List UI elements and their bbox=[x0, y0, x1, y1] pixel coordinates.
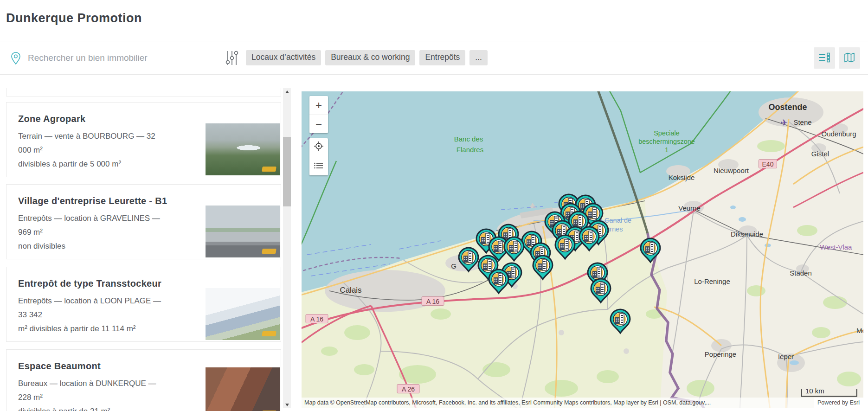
sidebar-scrollbar[interactable] bbox=[283, 88, 291, 408]
listing-title: Espace Beaumont bbox=[18, 361, 101, 372]
scroll-down-arrow[interactable] bbox=[283, 401, 291, 408]
listing-description: Entrepôts — location à GRAVELINES — 969 … bbox=[18, 212, 164, 253]
chip-bureaux-coworking[interactable]: Bureaux & co working bbox=[325, 50, 415, 65]
map-label: Nieuwpoort bbox=[714, 167, 749, 174]
map-label: 1 bbox=[665, 146, 669, 154]
chip-locaux-activites[interactable]: Locaux d’activités bbox=[246, 50, 321, 65]
listing-title: Entrepôt de type Transstockeur bbox=[18, 278, 161, 289]
listing-description: Terrain — vente à BOURBOURG — 32 000 m² … bbox=[18, 129, 164, 171]
listing-thumbnail bbox=[206, 288, 280, 340]
chip-more[interactable]: ... bbox=[469, 50, 488, 65]
map-label: Calais bbox=[340, 286, 361, 295]
map-label: Oostende bbox=[768, 103, 807, 112]
map-scale-bar: 10 km bbox=[801, 389, 857, 397]
search-bar[interactable] bbox=[0, 41, 216, 74]
road-badge-label: E40 bbox=[762, 161, 774, 168]
scale-label: 10 km bbox=[805, 387, 824, 395]
zoom-in-button[interactable]: + bbox=[309, 96, 328, 115]
search-input[interactable] bbox=[28, 48, 204, 68]
locate-button[interactable] bbox=[309, 138, 328, 157]
page-title: Dunkerque Promotion bbox=[6, 11, 142, 26]
listing-description: Bureaux — location à DUNKERQUE — 228 m² … bbox=[18, 377, 164, 411]
map-canvas[interactable]: Banc desFlandresSpecialebeschermingszone… bbox=[302, 91, 863, 408]
toolbar: Locaux d’activités Bureaux & co working … bbox=[0, 41, 868, 75]
listing-card-partial[interactable] bbox=[6, 88, 281, 96]
listing-thumbnail bbox=[206, 206, 280, 257]
listing-card-transstockeur[interactable]: Entrepôt de type Transstockeur Entrepôts… bbox=[6, 267, 281, 342]
locate-icon bbox=[314, 141, 324, 154]
location-pin-icon bbox=[10, 51, 21, 67]
list-view-button[interactable] bbox=[814, 47, 835, 69]
toolbar-divider bbox=[216, 41, 216, 74]
listing-thumbnail bbox=[206, 367, 280, 411]
header: Dunkerque Promotion bbox=[0, 0, 868, 41]
listing-card-zone-agropark[interactable]: Zone Agropark Terrain — vente à BOURBOUR… bbox=[6, 102, 281, 177]
map-container: Banc desFlandresSpecialebeschermingszone… bbox=[302, 91, 863, 408]
map-label: Diksmuide bbox=[731, 230, 763, 238]
map-label: Koksijde bbox=[669, 173, 695, 181]
list-view-icon bbox=[818, 52, 830, 64]
chip-entrepots[interactable]: Entrepôts bbox=[419, 50, 465, 65]
listing-card-village-leurette[interactable]: Village d'entreprise Leurette - B1 Entre… bbox=[6, 184, 281, 259]
filter-sliders-icon[interactable] bbox=[225, 49, 239, 69]
legend-button[interactable] bbox=[309, 157, 328, 175]
map-attribution: Map data © OpenStreetMap contributors, M… bbox=[302, 398, 863, 408]
map-label: G bbox=[451, 262, 457, 270]
road-badge-label: A 16 bbox=[310, 315, 323, 323]
map-label: Speciale bbox=[654, 129, 680, 137]
map-label: ✈ bbox=[780, 118, 788, 128]
map-label: Flandres bbox=[457, 146, 483, 154]
map-label: Moors bbox=[856, 327, 863, 334]
listing-title: Village d'entreprise Leurette - B1 bbox=[18, 196, 167, 206]
map-label: Banc des bbox=[454, 135, 483, 143]
road-badge-label: A 16 bbox=[426, 298, 439, 305]
road-badge-label: A 26 bbox=[402, 385, 415, 393]
zoom-out-button[interactable]: − bbox=[309, 115, 328, 133]
listing-title: Zone Agropark bbox=[18, 114, 85, 124]
map-view-icon bbox=[843, 52, 855, 64]
map-label: Gistel bbox=[811, 150, 829, 158]
scroll-up-arrow[interactable] bbox=[283, 88, 291, 95]
map-label: Veurne bbox=[678, 204, 701, 212]
map-label: Ieper bbox=[778, 353, 794, 360]
map-label: Oudenburg bbox=[821, 130, 856, 138]
scrollbar-thumb[interactable] bbox=[283, 137, 291, 206]
listing-card-espace-beaumont[interactable]: Espace Beaumont Bureaux — location à DUN… bbox=[6, 349, 281, 411]
map-view-button[interactable] bbox=[839, 47, 860, 69]
app-window: Dunkerque Promotion Locaux d bbox=[0, 0, 868, 411]
map-tools bbox=[309, 138, 328, 175]
zoom-controls: + − bbox=[309, 96, 328, 133]
legend-icon bbox=[314, 160, 324, 173]
map-label: Stene bbox=[793, 118, 811, 126]
map-label: Poperinge bbox=[705, 350, 736, 358]
filter-chips: Locaux d’activités Bureaux & co working … bbox=[246, 41, 488, 74]
powered-by-esri: Powered by Esri bbox=[814, 398, 863, 408]
listing-description: Entrepôts — location à LOON PLAGE — 33 3… bbox=[18, 294, 164, 336]
view-toggles bbox=[814, 47, 860, 69]
map-label: beschermingszone bbox=[638, 138, 695, 145]
listing-thumbnail bbox=[206, 123, 280, 175]
map-label: West-Vlaa bbox=[820, 243, 853, 251]
map-label: Lo-Reninge bbox=[694, 277, 730, 285]
map-label: Staden bbox=[790, 269, 812, 277]
